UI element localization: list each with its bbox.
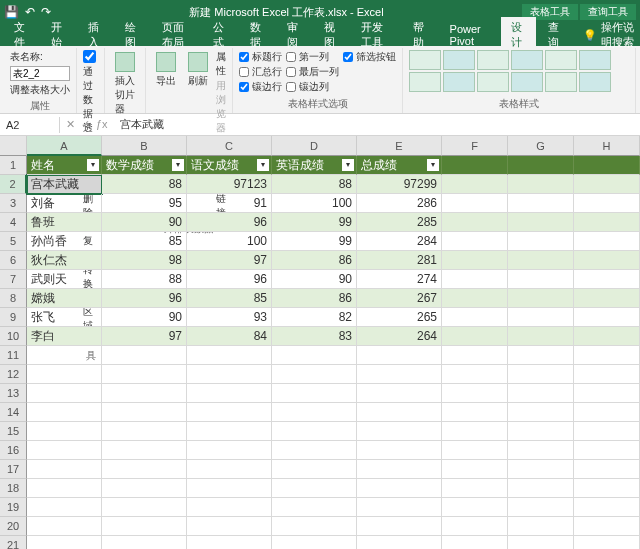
cell[interactable]: 86 [272, 251, 357, 270]
cell[interactable]: 267 [357, 289, 442, 308]
cell[interactable]: 99 [272, 213, 357, 232]
table-header-cell[interactable]: 姓名▾ [27, 156, 102, 175]
table-styles-gallery[interactable] [409, 50, 629, 92]
cell[interactable] [508, 232, 574, 251]
cell[interactable] [272, 365, 357, 384]
cell[interactable] [102, 403, 187, 422]
cell[interactable]: 84 [187, 327, 272, 346]
accept-icon[interactable]: ✓ [81, 118, 90, 131]
cell[interactable] [442, 251, 508, 270]
cell[interactable] [357, 365, 442, 384]
cell[interactable] [442, 479, 508, 498]
cell[interactable] [187, 517, 272, 536]
table-header-cell[interactable]: 总成绩▾ [357, 156, 442, 175]
cell[interactable] [27, 517, 102, 536]
cell[interactable] [187, 460, 272, 479]
cell[interactable] [508, 327, 574, 346]
cell[interactable] [272, 460, 357, 479]
cell[interactable]: 90 [102, 213, 187, 232]
cell[interactable] [27, 536, 102, 549]
cell[interactable]: 鲁班 [27, 213, 102, 232]
row-header-21[interactable]: 21 [0, 536, 27, 549]
row-header-7[interactable]: 7 [0, 270, 27, 289]
cell[interactable] [574, 517, 640, 536]
cell[interactable] [508, 289, 574, 308]
cell[interactable] [574, 308, 640, 327]
cell[interactable] [357, 498, 442, 517]
cell[interactable] [102, 460, 187, 479]
row-header-20[interactable]: 20 [0, 517, 27, 536]
cell[interactable]: 91 [187, 194, 272, 213]
table-header-cell[interactable]: 数学成绩▾ [102, 156, 187, 175]
cell[interactable]: 88 [272, 175, 357, 194]
style-thumb[interactable] [477, 72, 509, 92]
cell[interactable] [442, 346, 508, 365]
cell[interactable] [272, 517, 357, 536]
cell[interactable]: 90 [272, 270, 357, 289]
cell[interactable]: 武则天 [27, 270, 102, 289]
row-header-5[interactable]: 5 [0, 232, 27, 251]
cell[interactable] [27, 422, 102, 441]
cell[interactable] [102, 498, 187, 517]
cell[interactable] [102, 346, 187, 365]
cell[interactable] [272, 384, 357, 403]
style-thumb[interactable] [579, 50, 611, 70]
col-header-A[interactable]: A [27, 136, 102, 156]
cell[interactable] [442, 213, 508, 232]
cell[interactable] [508, 498, 574, 517]
resize-table-button[interactable]: 调整表格大小 [10, 83, 70, 97]
cell[interactable] [27, 498, 102, 517]
row-header-19[interactable]: 19 [0, 498, 27, 517]
name-box[interactable]: A2 [0, 117, 60, 133]
style-thumb[interactable] [579, 72, 611, 92]
style-thumb[interactable] [477, 50, 509, 70]
cell[interactable]: 96 [187, 270, 272, 289]
row-header-9[interactable]: 9 [0, 308, 27, 327]
cell[interactable] [442, 403, 508, 422]
row-header-10[interactable]: 10 [0, 327, 27, 346]
cell[interactable] [574, 403, 640, 422]
cell[interactable] [187, 346, 272, 365]
row-header-2[interactable]: 2 [0, 175, 27, 194]
cell[interactable]: 100 [272, 194, 357, 213]
cell[interactable] [442, 327, 508, 346]
ext-properties-button[interactable]: 属性 [216, 50, 226, 78]
cell[interactable] [508, 346, 574, 365]
filter-dropdown-icon[interactable]: ▾ [172, 159, 184, 171]
cell[interactable] [102, 441, 187, 460]
cell[interactable]: 100 [187, 232, 272, 251]
table-header-cell[interactable]: 英语成绩▾ [272, 156, 357, 175]
cell[interactable] [508, 479, 574, 498]
opt-last-col[interactable]: 最后一列 [286, 65, 339, 79]
cell[interactable] [357, 403, 442, 422]
cell[interactable] [187, 536, 272, 549]
tab-powerpivot[interactable]: Power Pivot [440, 20, 500, 50]
cell[interactable] [272, 536, 357, 549]
col-header-C[interactable]: C [187, 136, 272, 156]
filter-dropdown-icon[interactable]: ▾ [427, 159, 439, 171]
cell[interactable] [187, 479, 272, 498]
opt-banded-rows[interactable]: 镶边行 [239, 80, 282, 94]
cell[interactable]: 95 [102, 194, 187, 213]
insert-slicer-button[interactable]: 插入切片器 [111, 50, 139, 118]
cell[interactable] [574, 422, 640, 441]
table-header-cell[interactable] [574, 156, 640, 175]
cell[interactable]: 284 [357, 232, 442, 251]
cell[interactable]: 刘备 [27, 194, 102, 213]
cell[interactable]: 嫦娥 [27, 289, 102, 308]
fx-icon[interactable]: ƒx [96, 118, 108, 131]
cell[interactable] [27, 365, 102, 384]
cell[interactable] [442, 308, 508, 327]
refresh-button[interactable]: 刷新 [184, 50, 212, 90]
cell[interactable]: 张飞 [27, 308, 102, 327]
style-thumb[interactable] [545, 50, 577, 70]
col-header-H[interactable]: H [574, 136, 640, 156]
cell[interactable]: 97 [187, 251, 272, 270]
cell[interactable] [508, 365, 574, 384]
cell[interactable]: 孙尚香 [27, 232, 102, 251]
cell[interactable] [442, 517, 508, 536]
table-header-cell[interactable]: 语文成绩▾ [187, 156, 272, 175]
cell[interactable] [442, 232, 508, 251]
cell[interactable] [574, 270, 640, 289]
cell[interactable] [574, 175, 640, 194]
